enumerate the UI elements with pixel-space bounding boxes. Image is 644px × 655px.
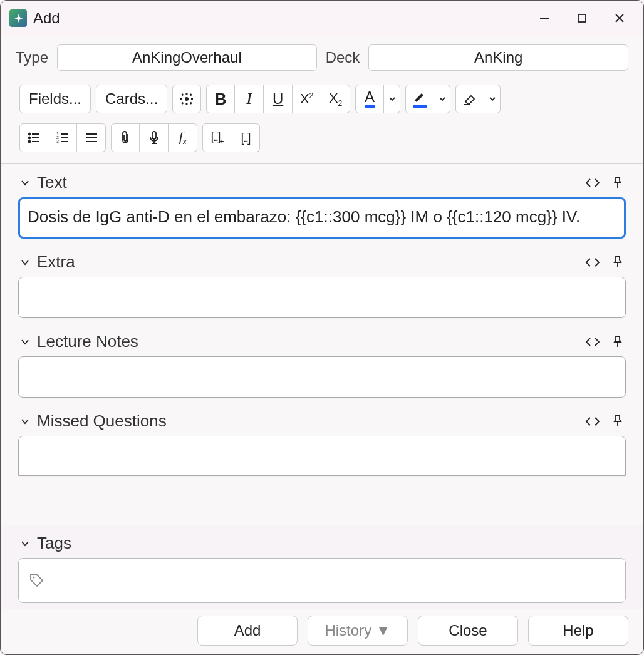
svg-point-6 — [29, 133, 31, 135]
svg-rect-1 — [578, 14, 586, 22]
help-button[interactable]: Help — [528, 616, 628, 646]
svg-point-4 — [185, 97, 189, 101]
media-group: fx — [111, 123, 197, 152]
deck-label: Deck — [326, 49, 360, 66]
field-name: Text — [37, 173, 67, 192]
field-collapse-toggle[interactable] — [18, 255, 32, 269]
fields-area: Text Dosis de IgG anti-D en el embarazo:… — [1, 164, 643, 525]
eraser-button[interactable] — [455, 85, 484, 113]
field-input[interactable] — [18, 277, 626, 318]
text-color-dropdown[interactable] — [384, 85, 400, 113]
field-collapse-toggle[interactable] — [18, 415, 32, 428]
editor-toolbar: Fields... Cards... B I U X2 X2 A 123 — [1, 76, 643, 164]
pin-button[interactable] — [610, 413, 626, 430]
eraser-group — [455, 85, 501, 113]
tag-icon — [29, 572, 45, 589]
pin-button[interactable] — [610, 175, 626, 191]
field-block: Text Dosis de IgG anti-D en el embarazo:… — [18, 170, 626, 239]
close-button[interactable]: Close — [418, 616, 518, 646]
highlight-group — [405, 85, 450, 113]
pin-button[interactable] — [610, 334, 626, 350]
attachment-button[interactable] — [111, 123, 140, 152]
svg-text:3: 3 — [56, 139, 59, 143]
tags-section: Tags — [1, 525, 643, 609]
field-block: Extra — [18, 250, 626, 318]
toggle-html-button[interactable] — [584, 254, 601, 271]
svg-rect-21 — [152, 132, 156, 139]
cards-button[interactable]: Cards... — [96, 85, 167, 113]
toggle-html-button[interactable] — [584, 413, 601, 430]
field-input[interactable] — [18, 436, 626, 476]
field-name: Missed Questions — [37, 411, 167, 431]
window-title: Add — [33, 9, 60, 27]
tags-label: Tags — [37, 534, 71, 553]
window-controls — [526, 3, 638, 34]
bullet-list-button[interactable] — [19, 123, 48, 152]
bottom-bar: Add History ▼ Close Help — [1, 609, 643, 654]
toggle-html-button[interactable] — [584, 334, 601, 350]
cloze-group: [..]+ [..] — [202, 123, 260, 152]
fields-button[interactable]: Fields... — [19, 85, 91, 113]
app-icon: ✦ — [9, 9, 27, 27]
svg-point-22 — [33, 577, 35, 579]
history-button[interactable]: History ▼ — [308, 616, 408, 646]
type-value: AnKingOverhaul — [132, 49, 242, 66]
cloze-new-button[interactable]: [..]+ — [202, 123, 231, 152]
bold-button[interactable]: B — [206, 85, 235, 113]
toggle-html-button[interactable] — [584, 175, 601, 191]
subscript-button[interactable]: X2 — [321, 85, 350, 113]
deck-selector[interactable]: AnKing — [368, 44, 628, 71]
field-block: Lecture Notes — [18, 329, 626, 398]
field-collapse-toggle[interactable] — [18, 335, 32, 349]
underline-button[interactable]: U — [264, 85, 293, 113]
svg-point-8 — [29, 137, 31, 139]
cloze-same-button[interactable]: [..] — [231, 123, 260, 152]
field-collapse-toggle[interactable] — [18, 176, 32, 190]
deck-value: AnKing — [474, 49, 522, 66]
list-group: 123 — [19, 123, 106, 152]
field-input[interactable]: Dosis de IgG anti-D en el embarazo: {{c1… — [18, 197, 626, 239]
textcolor-group: A — [355, 85, 400, 113]
highlight-dropdown[interactable] — [434, 85, 450, 113]
type-selector[interactable]: AnKingOverhaul — [57, 44, 317, 71]
equation-button[interactable]: fx — [169, 123, 197, 152]
alignment-button[interactable] — [77, 123, 106, 152]
field-block: Missed Questions — [18, 409, 626, 476]
italic-button[interactable]: I — [235, 85, 264, 113]
options-button[interactable] — [172, 85, 201, 113]
close-window-button[interactable] — [601, 3, 638, 34]
format-group: B I U X2 X2 — [206, 85, 350, 113]
pin-button[interactable] — [610, 254, 626, 271]
superscript-button[interactable]: X2 — [293, 85, 321, 113]
field-input[interactable] — [18, 356, 626, 398]
highlight-button[interactable] — [405, 85, 434, 113]
titlebar: ✦ Add — [1, 1, 643, 36]
microphone-button[interactable] — [140, 123, 169, 152]
svg-point-10 — [29, 141, 31, 143]
tags-collapse-toggle[interactable] — [18, 537, 32, 550]
eraser-dropdown[interactable] — [484, 85, 501, 113]
field-name: Lecture Notes — [37, 332, 138, 351]
tags-input[interactable] — [18, 558, 626, 603]
type-label: Type — [16, 49, 48, 66]
numbered-list-button[interactable]: 123 — [48, 123, 77, 152]
text-color-button[interactable]: A — [355, 85, 384, 113]
add-button[interactable]: Add — [197, 616, 298, 646]
maximize-button[interactable] — [563, 3, 601, 34]
field-name: Extra — [37, 252, 75, 272]
minimize-button[interactable] — [526, 3, 563, 34]
type-deck-row: Type AnKingOverhaul Deck AnKing — [1, 36, 643, 76]
